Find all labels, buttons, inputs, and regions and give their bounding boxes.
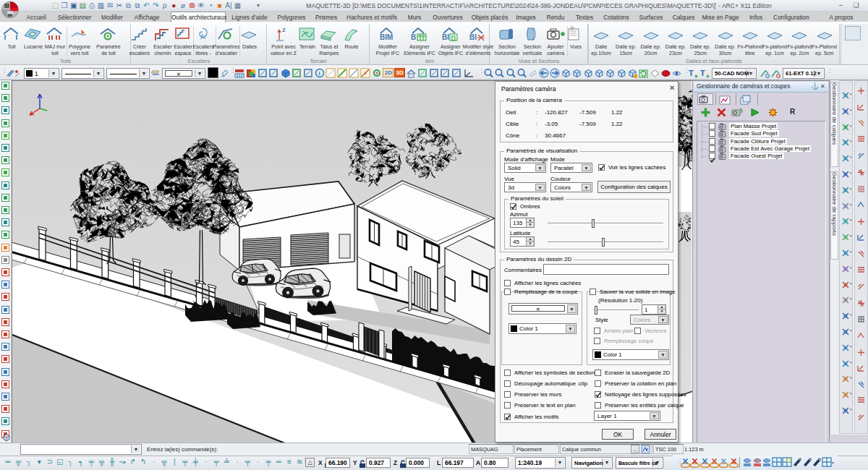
svg-text:BΙ: BΙ: [469, 33, 477, 41]
svg-text:T: T: [700, 69, 705, 77]
svg-text:BΙ: BΙ: [442, 33, 449, 41]
svg-text:T: T: [689, 69, 694, 77]
svg-text:Z: Z: [282, 27, 286, 33]
svg-text:B: B: [411, 33, 416, 41]
svg-text:i: i: [318, 70, 320, 77]
svg-text:BΙM: BΙM: [380, 33, 393, 41]
